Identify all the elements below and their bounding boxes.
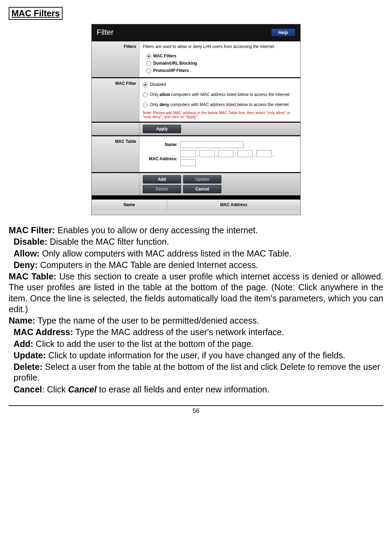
desc-cancel-bold: Cancel [68,384,97,394]
desc-update-text: Click to update information for the user… [46,350,345,360]
mac-filter-note: Note: Please add MAC address in the belo… [143,111,297,119]
desc-mac-addr-label: MAC Address: [14,327,73,337]
desc-mac-filter-label: MAC Filter: [9,225,55,235]
desc-mac-addr-text: Type the MAC address of the user's netwo… [73,327,284,337]
radio-domain-url[interactable] [146,61,151,66]
opt-domain-url: Domain/URL Blocking [153,61,197,66]
radio-mac-filters[interactable] [146,54,151,59]
mac-input-4[interactable] [237,150,253,157]
mac-input-6[interactable] [180,159,196,166]
th-mac-address: MAC Address [167,200,300,210]
mac-input-2[interactable] [199,150,215,157]
desc-allow-text: Only allow computers with MAC address li… [40,249,292,258]
desc-delete-label: Delete: [14,362,42,372]
desc-mac-table-text: Use this section to create a user profil… [9,271,383,314]
update-button[interactable]: Update [183,175,221,184]
mac-address-field-label: MAC Address: [143,156,178,161]
name-field-label: Name: [143,142,178,147]
desc-cancel-label: Cancel [14,384,42,394]
desc-mac-filter-text: Enables you to allow or deny accessing t… [55,225,258,235]
desc-add-text: Click to add the user to the list at the… [33,339,254,349]
mac-table-label: MAC Table [92,136,139,172]
add-button[interactable]: Add [143,175,181,184]
name-input[interactable] [180,141,244,148]
desc-allow-label: Allow: [14,249,40,258]
cancel-button[interactable]: Cancel [183,185,221,193]
table-divider [92,195,300,199]
desc-mac-table-label: MAC Table: [9,271,56,281]
desc-deny-text: Computers in the MAC Table are denied In… [38,260,258,270]
help-button[interactable]: Help [271,29,295,36]
mac-filter-label: MAC Filter [92,78,139,122]
th-name: Name [92,200,167,210]
opt-only-allow: Only allow computers with MAC address li… [150,92,289,97]
page-number: 56 [9,405,383,415]
router-screenshot: Filter Help Filters Filters are used to … [91,24,301,215]
window-title: Filter [97,28,114,37]
radio-protocol-ip[interactable] [146,68,151,73]
desc-name-text: Type the name of the user to be permitte… [35,316,259,325]
radio-only-allow[interactable] [143,92,148,97]
radio-disabled[interactable] [143,82,148,87]
delete-button[interactable]: Delete [143,185,181,193]
mac-input-3[interactable] [218,150,234,157]
desc-disable-label: Disable: [14,237,47,246]
actions-spacer [92,173,139,195]
filters-intro: Filters are used to allow or deny LAN us… [143,44,297,49]
opt-protocol-ip: Protocol/IP Filters [153,68,189,73]
mac-table-header: Name MAC Address [92,199,300,210]
desc-cancel-mid: : Click [42,384,68,394]
desc-name-label: Name: [9,316,35,325]
opt-mac-filters: MAC Filters [153,54,177,58]
apply-spacer [92,123,139,135]
desc-update-label: Update: [14,350,46,360]
mac-input-1[interactable] [180,150,196,157]
desc-disable-text: Disable the MAC filter function. [47,237,169,246]
filters-label: Filters [92,41,139,77]
opt-disabled: Disabled [150,82,166,87]
mac-input-5[interactable] [256,150,272,157]
section-title: MAC Filters [9,7,63,20]
desc-delete-text: Select a user from the table at the bott… [14,362,380,382]
desc-deny-label: Deny: [14,260,38,270]
opt-only-deny: Only deny computers with MAC address lis… [150,102,289,107]
apply-button[interactable]: Apply [143,125,181,133]
radio-only-deny[interactable] [143,103,148,107]
desc-cancel-text: to erase all fields and enter new inform… [97,384,270,394]
desc-add-label: Add: [14,339,33,349]
screenshot-footer [92,210,300,215]
